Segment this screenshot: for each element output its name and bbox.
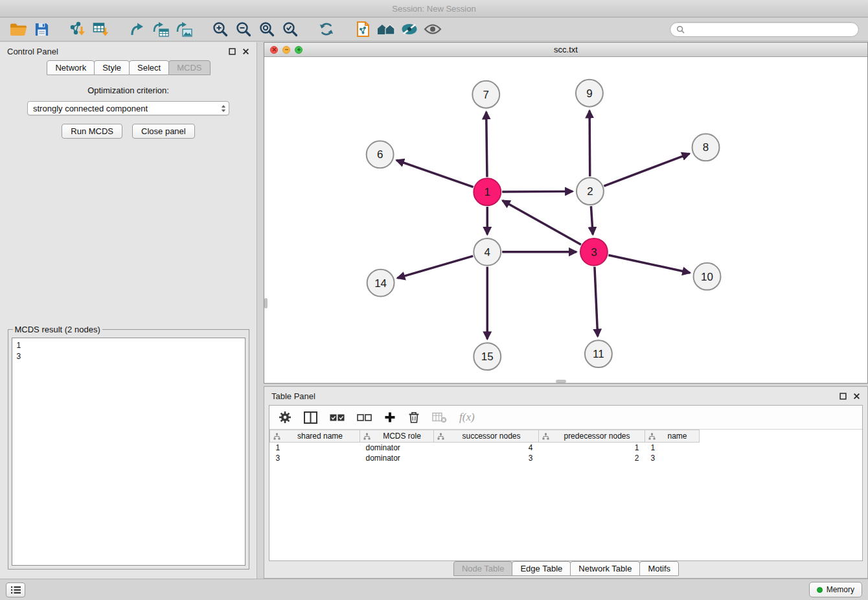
graph-node-14[interactable]: 14	[367, 270, 394, 297]
table-settings-button[interactable]	[279, 411, 291, 424]
graph-node-1[interactable]: 1	[474, 178, 501, 205]
table-cell[interactable]: 3	[645, 453, 700, 463]
table-cell[interactable]: 3	[270, 453, 360, 463]
style-details-button[interactable]	[398, 19, 421, 39]
close-icon	[242, 48, 249, 55]
table-cell[interactable]: dominator	[360, 453, 434, 463]
table-tab-edge-table[interactable]: Edge Table	[512, 561, 571, 576]
graph-edge-1-7[interactable]	[486, 112, 487, 178]
network-document-button[interactable]	[351, 19, 374, 39]
graph-edge-1-2[interactable]	[502, 191, 573, 192]
graph-edge-2-9[interactable]	[589, 111, 590, 177]
table-cell[interactable]: 1	[539, 443, 645, 453]
svg-text:10: 10	[701, 271, 713, 283]
column-header-predecessor-nodes[interactable]: predecessor nodes	[539, 430, 645, 443]
control-tab-select[interactable]: Select	[129, 60, 169, 75]
mcds-result-value: 3	[17, 351, 240, 362]
show-column-button[interactable]	[304, 411, 317, 424]
new-network-button[interactable]	[126, 19, 149, 39]
export-image-button[interactable]	[172, 19, 196, 39]
mcds-result-list[interactable]: 13	[12, 338, 246, 566]
column-header-shared-name[interactable]: shared name	[270, 430, 360, 443]
table-tab-network-table[interactable]: Network Table	[570, 561, 640, 576]
home-button[interactable]	[374, 19, 398, 39]
column-header-name[interactable]: name	[645, 430, 700, 443]
table-cell[interactable]: 1	[270, 443, 360, 453]
delete-column-button[interactable]	[408, 411, 420, 424]
export-table-button[interactable]	[149, 19, 172, 39]
graph-edge-2-8[interactable]	[604, 154, 689, 186]
network-close-button[interactable]	[270, 46, 278, 54]
table-cell[interactable]: 3	[434, 453, 539, 463]
deselect-all-button[interactable]	[357, 413, 372, 422]
create-column-button[interactable]	[384, 411, 396, 423]
run-mcds-button[interactable]: Run MCDS	[62, 124, 122, 139]
show-hide-details-button[interactable]	[421, 19, 444, 39]
function-builder-button[interactable]: f(x)	[459, 411, 475, 424]
column-header-MCDS-role[interactable]: MCDS role	[360, 430, 434, 443]
column-header-successor-nodes[interactable]: successor nodes	[434, 430, 539, 443]
optimization-criterion-select[interactable]: strongly connected component	[27, 101, 229, 115]
graph-node-2[interactable]: 2	[577, 178, 604, 205]
open-session-button[interactable]	[6, 19, 30, 39]
network-graph[interactable]: 7968124314101511	[264, 57, 867, 383]
zoom-out-button[interactable]	[232, 19, 255, 39]
table-tab-motifs[interactable]: Motifs	[639, 561, 679, 576]
table-panel-close-button[interactable]	[852, 392, 860, 400]
eye-icon	[424, 23, 442, 35]
save-session-button[interactable]	[30, 19, 53, 39]
import-table-button[interactable]	[89, 19, 113, 39]
graph-edge-4-14[interactable]	[397, 256, 473, 278]
control-panel-close-button[interactable]	[242, 47, 249, 55]
close-panel-button[interactable]: Close panel	[132, 124, 195, 139]
control-tab-network[interactable]: Network	[47, 60, 95, 75]
vertical-scrollbar[interactable]	[264, 298, 268, 308]
graph-edge-2-3[interactable]	[591, 206, 593, 235]
control-panel-float-button[interactable]	[228, 47, 236, 55]
graph-node-15[interactable]: 15	[474, 343, 501, 370]
table-panel-float-button[interactable]	[839, 392, 847, 400]
node-table[interactable]: shared nameMCDS rolesuccessor nodesprede…	[269, 430, 862, 560]
horizontal-scrollbar[interactable]	[556, 380, 566, 383]
graph-node-8[interactable]: 8	[692, 134, 720, 161]
import-network-button[interactable]	[66, 19, 89, 39]
status-menu-button[interactable]	[6, 583, 25, 597]
graph-edge-1-6[interactable]	[396, 160, 474, 187]
network-minimize-button[interactable]	[282, 46, 290, 54]
table-cell[interactable]: 2	[539, 453, 645, 463]
search-input[interactable]	[688, 25, 852, 34]
graph-node-9[interactable]: 9	[576, 80, 603, 107]
graph-node-6[interactable]: 6	[367, 141, 394, 168]
delete-table-button[interactable]	[432, 412, 447, 423]
select-all-button[interactable]	[330, 413, 345, 422]
table-cell[interactable]: 4	[434, 443, 539, 453]
graph-node-11[interactable]: 11	[585, 340, 612, 367]
network-maximize-button[interactable]	[295, 46, 303, 54]
control-tab-mcds[interactable]: MCDS	[168, 60, 210, 75]
control-panel-tabs: NetworkStyleSelectMCDS	[0, 60, 257, 75]
graph-node-10[interactable]: 10	[694, 263, 721, 290]
network-canvas[interactable]: 7968124314101511	[264, 57, 867, 383]
graph-edge-3-1[interactable]	[503, 200, 581, 244]
memory-button[interactable]: Memory	[809, 582, 862, 597]
graph-node-3[interactable]: 3	[580, 238, 608, 266]
zoom-in-button[interactable]	[209, 19, 232, 39]
graph-edge-3-11[interactable]	[595, 267, 598, 337]
zoom-selected-button[interactable]	[279, 19, 302, 39]
search-box[interactable]	[670, 22, 859, 37]
table-row[interactable]: 3dominator323	[270, 453, 700, 463]
zoom-fit-button[interactable]	[255, 19, 279, 39]
window-title: Session: New Session	[392, 4, 475, 14]
table-cell[interactable]: dominator	[360, 443, 434, 453]
control-tab-style[interactable]: Style	[94, 60, 130, 75]
table-tab-node-table[interactable]: Node Table	[453, 561, 513, 576]
apply-layout-button[interactable]	[315, 19, 338, 39]
table-panel-title: Table Panel	[271, 391, 315, 401]
graph-node-4[interactable]: 4	[474, 238, 501, 266]
column-tree-icon	[363, 433, 371, 440]
gear-icon	[279, 411, 291, 424]
graph-edge-3-10[interactable]	[608, 255, 690, 273]
table-row[interactable]: 1dominator411	[270, 443, 700, 453]
table-cell[interactable]: 1	[645, 443, 700, 453]
graph-node-7[interactable]: 7	[472, 81, 499, 108]
